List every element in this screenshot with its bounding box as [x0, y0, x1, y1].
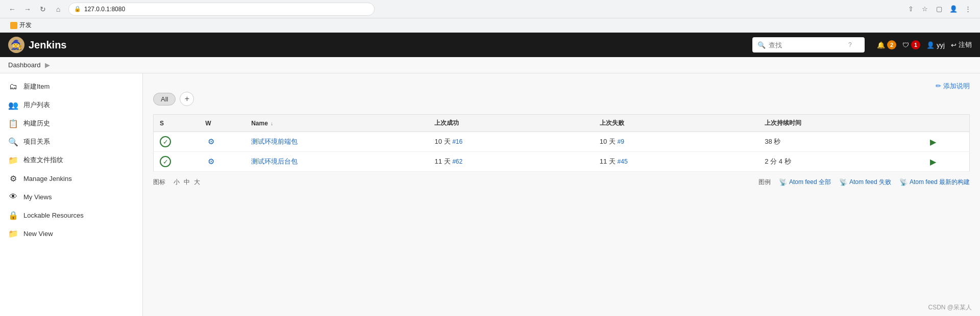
atom-feed-latest-link[interactable]: 📡 Atom feed 最新的构建 — [899, 178, 970, 187]
sidebar-item-manage-jenkins[interactable]: ⚙ Manage Jenkins — [0, 169, 142, 188]
jenkins-title: Jenkins — [29, 39, 66, 51]
table-row: ✓ ⚙ 测试环境前端包 10 天 #16 10 天 #9 — [154, 132, 970, 152]
sidebar: 🗂 新建Item 👥 用户列表 📋 构建历史 🔍 项目关系 📁 检查文件指纹 ⚙… — [0, 73, 143, 316]
run-button-1[interactable]: ▶ — [930, 137, 936, 147]
bookmark-icon[interactable]: ☆ — [919, 3, 931, 15]
logout-button[interactable]: ↩ 注销 — [951, 40, 972, 49]
sidebar-item-project-rel[interactable]: 🔍 项目关系 — [0, 133, 142, 151]
col-header-name[interactable]: Name ↓ — [245, 115, 428, 132]
add-description-button[interactable]: ✏ 添加说明 — [936, 82, 970, 91]
home-button[interactable]: ⌂ — [52, 3, 64, 15]
job-link-2[interactable]: 测试环境后台包 — [251, 157, 298, 165]
icon-size-label: 图标 — [153, 178, 165, 187]
atom-feed-all-label: Atom feed 全部 — [789, 178, 831, 187]
sidebar-label-lockable-resources: Lockable Resources — [23, 212, 84, 219]
col-header-last-success: 上次成功 — [428, 115, 593, 132]
profile-icon[interactable]: 👤 — [947, 3, 960, 15]
search-box[interactable]: 🔍 ? — [752, 37, 865, 52]
col-header-last-fail: 上次失败 — [594, 115, 758, 132]
atom-feed-all-link[interactable]: 📡 Atom feed 全部 — [779, 178, 831, 187]
build-history-icon: 📋 — [8, 118, 18, 128]
row1-fail: 10 天 #9 — [594, 132, 758, 152]
tab-bar: All + — [153, 92, 970, 106]
sidebar-item-lockable-resources[interactable]: 🔒 Lockable Resources — [0, 206, 142, 224]
job-link-1[interactable]: 测试环境前端包 — [251, 138, 298, 145]
tab-all[interactable]: All — [153, 93, 176, 106]
project-rel-icon: 🔍 — [8, 137, 18, 147]
sidebar-label-project-rel: 项目关系 — [23, 137, 50, 146]
breadcrumb-dashboard: Dashboard — [8, 61, 41, 69]
sidebar-label-new-view: New View — [23, 230, 53, 238]
jobs-table: S W Name ↓ 上次成功 上次失败 — [153, 114, 970, 172]
row1-success: 10 天 #16 — [428, 132, 593, 152]
sidebar-item-new-view[interactable]: 📁 New View — [0, 224, 142, 243]
alert-badge[interactable]: 🛡 1 — [902, 40, 920, 49]
bookmark-favicon — [10, 22, 17, 29]
logout-label: 注销 — [959, 40, 972, 49]
jenkins-logo[interactable]: 🧙 Jenkins — [8, 37, 66, 53]
my-views-icon: 👁 — [8, 192, 18, 202]
alert-count: 1 — [911, 40, 920, 49]
weather-icon-2: ⚙ — [205, 156, 216, 167]
run-button-2[interactable]: ▶ — [930, 157, 936, 167]
atom-icon-1: 📡 — [779, 178, 787, 186]
menu-icon[interactable]: ⋮ — [962, 3, 974, 15]
success-build-link-1[interactable]: #16 — [452, 138, 462, 145]
table-header-row: S W Name ↓ 上次成功 上次失败 — [154, 115, 970, 132]
sidebar-item-new-item[interactable]: 🗂 新建Item — [0, 77, 142, 96]
user-list-icon: 👥 — [8, 100, 18, 110]
sidebar-label-new-item: 新建Item — [23, 82, 50, 91]
reload-button[interactable]: ↻ — [37, 3, 49, 15]
user-info[interactable]: 👤 yyj — [926, 41, 945, 49]
legend-label: 图例 — [758, 178, 771, 187]
user-icon: 👤 — [926, 41, 935, 49]
sidebar-label-check-file: 检查文件指纹 — [23, 155, 63, 165]
back-button[interactable]: ← — [6, 3, 18, 15]
footer-right: 图例 📡 Atom feed 全部 📡 Atom feed 失败 📡 Atom … — [758, 178, 970, 187]
fail-build-link-2[interactable]: #45 — [618, 158, 628, 165]
bookmark-label: 开发 — [19, 21, 32, 30]
icon-size-medium[interactable]: 中 — [184, 178, 190, 187]
sidebar-label-manage-jenkins: Manage Jenkins — [23, 175, 72, 182]
col-header-w: W — [199, 115, 245, 132]
icon-size-small[interactable]: 小 — [174, 178, 180, 187]
atom-feed-fail-link[interactable]: 📡 Atom feed 失败 — [839, 178, 891, 187]
sidebar-item-check-file[interactable]: 📁 检查文件指纹 — [0, 151, 142, 169]
notification-bell[interactable]: 🔔 2 — [877, 40, 896, 49]
header-actions: 🔔 2 🛡 1 👤 yyj ↩ 注销 — [877, 40, 972, 49]
tab-add-button[interactable]: + — [180, 92, 194, 106]
sort-icon: ↓ — [271, 121, 273, 126]
sidebar-label-my-views: My Views — [23, 193, 52, 201]
share-icon[interactable]: ⇧ — [904, 3, 917, 15]
success-build-link-2[interactable]: #62 — [452, 158, 462, 165]
col-header-s: S — [154, 115, 200, 132]
row2-fail: 11 天 #45 — [594, 152, 758, 172]
bookmark-bar: 开发 — [0, 18, 980, 33]
url-text: 127.0.0.1:8080 — [84, 6, 125, 13]
search-help-icon: ? — [848, 41, 852, 48]
sidebar-label-user-list: 用户列表 — [23, 100, 50, 110]
row2-duration: 2 分 4 秒 — [758, 152, 923, 172]
search-icon: 🔍 — [757, 41, 766, 49]
window-icon[interactable]: ▢ — [933, 3, 945, 15]
lockable-resources-icon: 🔒 — [8, 210, 18, 220]
atom-icon-2: 📡 — [839, 178, 847, 186]
new-view-icon: 📁 — [8, 228, 18, 239]
sidebar-item-my-views[interactable]: 👁 My Views — [0, 188, 142, 206]
browser-action-buttons: ⇧ ☆ ▢ 👤 ⋮ — [904, 3, 974, 15]
search-input[interactable] — [769, 41, 845, 49]
fail-build-link-1[interactable]: #9 — [618, 138, 624, 145]
manage-jenkins-icon: ⚙ — [8, 173, 18, 183]
bookmark-dev[interactable]: 开发 — [6, 20, 36, 31]
status-success-icon: ✓ — [160, 136, 171, 147]
sidebar-item-build-history[interactable]: 📋 构建历史 — [0, 114, 142, 133]
sidebar-item-user-list[interactable]: 👥 用户列表 — [0, 96, 142, 114]
row2-success: 11 天 #62 — [428, 152, 593, 172]
status-success-icon-2: ✓ — [160, 156, 171, 167]
forward-button[interactable]: → — [21, 3, 34, 15]
address-bar[interactable]: 🔒 127.0.0.1:8080 — [68, 3, 375, 16]
table-footer: 图标 小 中 大 图例 📡 Atom feed 全部 📡 Atom feed 失… — [153, 178, 970, 187]
icon-size-large[interactable]: 大 — [194, 178, 200, 187]
breadcrumb[interactable]: Dashboard ▶ — [8, 61, 52, 69]
logout-icon: ↩ — [951, 41, 957, 49]
